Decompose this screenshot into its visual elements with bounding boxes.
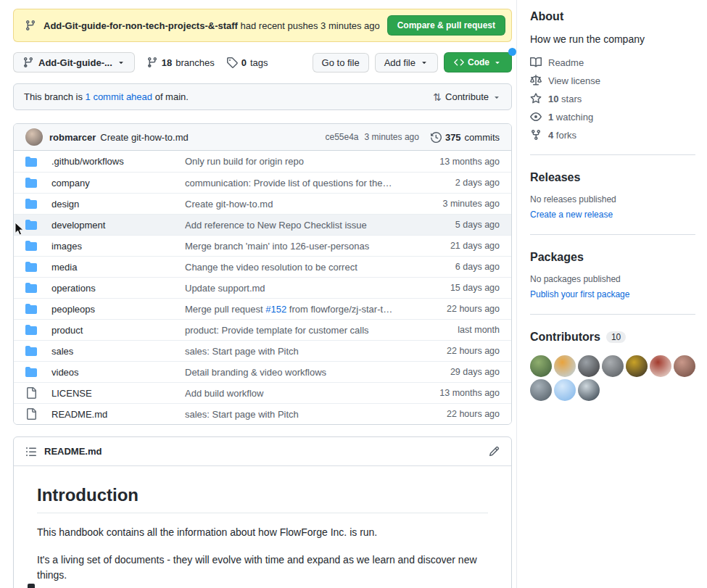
file-row[interactable]: videosDetail branding & video workflows2… [14, 361, 511, 382]
contributor-avatar[interactable] [530, 379, 552, 401]
compare-pull-request-button[interactable]: Compare & pull request [387, 15, 505, 36]
stat-text: Readme [548, 57, 584, 68]
file-name-link[interactable]: development [51, 220, 173, 231]
commits-ahead-link[interactable]: 1 commit ahead [86, 91, 153, 102]
file-row[interactable]: developmentAdd reference to New Repo Che… [14, 214, 511, 235]
file-table-body: .github/workflowsOnly run build for orig… [14, 151, 511, 424]
file-row[interactable]: README.mdsales: Start page with Pitch22 … [14, 403, 511, 424]
go-to-file-button[interactable]: Go to file [313, 53, 369, 73]
sidebar-stat-license[interactable]: View license [530, 75, 695, 86]
commit-time: 5 days ago [405, 220, 500, 230]
contribute-button[interactable]: ⇅ Contribute [433, 91, 501, 103]
chevron-down-icon [493, 58, 502, 67]
contributor-avatar[interactable] [554, 379, 576, 401]
commit-message-link[interactable]: Create git-how-to.md [100, 132, 188, 143]
commit-author-avatar[interactable] [25, 128, 43, 146]
sidebar-stat-watching[interactable]: 1 watching [530, 111, 695, 123]
packages-empty-text: No packages published [530, 274, 695, 284]
contributor-avatar[interactable] [554, 355, 576, 377]
file-browser-card: robmarcer Create git-how-to.md ce55e4a 3… [13, 123, 512, 425]
file-icon [25, 387, 40, 399]
commit-message[interactable]: sales: Start page with Pitch [185, 409, 394, 420]
contributors-title[interactable]: Contributors [530, 331, 600, 344]
file-row[interactable]: operationsUpdate support.md15 days ago [14, 277, 511, 298]
file-name-link[interactable]: images [51, 241, 173, 252]
file-name-link[interactable]: videos [51, 367, 173, 378]
file-row[interactable]: peopleopsMerge pull request #152 from fl… [14, 298, 511, 319]
edit-pencil-icon[interactable] [489, 446, 500, 457]
fork-icon [530, 129, 542, 141]
pr-link[interactable]: #152 [265, 304, 286, 315]
contributor-avatar[interactable] [602, 355, 624, 377]
contributor-avatar[interactable] [626, 355, 648, 377]
commit-history-link[interactable]: 375 commits [431, 132, 500, 143]
file-name-link[interactable]: sales [51, 346, 173, 357]
file-name-link[interactable]: product [51, 325, 173, 336]
commit-message[interactable]: Only run build for origin repo [185, 156, 394, 167]
repo-nav-row: Add-Git-guide-... 18 branches [13, 52, 512, 73]
add-file-button[interactable]: Add file [375, 53, 438, 73]
recording-dot [508, 48, 516, 56]
commit-message[interactable]: Merge pull request #152 from flowforge/z… [185, 304, 394, 315]
file-row[interactable]: .github/workflowsOnly run build for orig… [14, 151, 511, 172]
releases-title: Releases [530, 171, 695, 184]
file-name-link[interactable]: README.md [51, 409, 173, 420]
commit-author-link[interactable]: robmarcer [49, 132, 96, 143]
code-button[interactable]: Code [444, 52, 512, 73]
branches-count: 18 [162, 57, 172, 68]
file-row[interactable]: designCreate git-how-to.md3 minutes ago [14, 193, 511, 214]
file-name-link[interactable]: LICENSE [51, 388, 173, 399]
file-row[interactable]: companycommunication: Provide list of qu… [14, 172, 511, 193]
file-row[interactable]: productproduct: Provide template for cus… [14, 319, 511, 340]
folder-icon [25, 177, 40, 189]
about-stats: ReadmeView license10 stars1 watching4 fo… [530, 57, 695, 141]
divider [530, 234, 695, 235]
file-name-link[interactable]: .github/workflows [51, 156, 173, 167]
commit-message[interactable]: Create git-how-to.md [185, 199, 394, 210]
commit-time: 22 hours ago [405, 346, 500, 356]
commit-message[interactable]: product: Provide template for customer c… [185, 325, 394, 336]
branches-link[interactable]: 18 branches [146, 57, 215, 68]
file-name-link[interactable]: media [51, 262, 173, 273]
create-release-link[interactable]: Create a new release [530, 210, 613, 220]
file-name-link[interactable]: peopleops [51, 304, 173, 315]
commit-message[interactable]: Update support.md [185, 283, 394, 294]
readme-filename[interactable]: README.md [44, 446, 102, 457]
file-row[interactable]: salessales: Start page with Pitch22 hour… [14, 340, 511, 361]
file-icon [25, 408, 40, 420]
contributors-count-badge: 10 [606, 331, 626, 343]
contributor-avatar[interactable] [650, 355, 671, 377]
file-name-link[interactable]: operations [51, 283, 173, 294]
file-row[interactable]: LICENSEAdd build workflow13 months ago [14, 382, 511, 403]
about-title: About [530, 10, 695, 23]
sidebar-stat-forks[interactable]: 4 forks [530, 129, 695, 141]
contributor-avatar[interactable] [530, 355, 552, 377]
commit-message[interactable]: Merge branch 'main' into 126-user-person… [185, 241, 394, 252]
commit-message[interactable]: Detail branding & video workflows [185, 367, 394, 378]
commit-message[interactable]: Add build workflow [185, 388, 394, 399]
sidebar-stat-stars[interactable]: 10 stars [530, 93, 695, 104]
branches-label: branches [175, 57, 214, 68]
file-name-link[interactable]: company [51, 178, 173, 189]
contributor-avatar[interactable] [578, 355, 600, 377]
file-name-link[interactable]: design [51, 199, 173, 210]
commit-message[interactable]: sales: Start page with Pitch [185, 346, 394, 357]
contributor-avatar[interactable] [578, 379, 600, 401]
file-row[interactable]: mediaChange the video resolution to be c… [14, 256, 511, 277]
contributor-avatar[interactable] [674, 355, 695, 377]
commit-message[interactable]: Add reference to New Repo Checklist issu… [185, 220, 394, 231]
commit-message[interactable]: communication: Provide list of questions… [185, 178, 394, 189]
sidebar-stat-readme[interactable]: Readme [530, 57, 695, 68]
commit-time: 6 days ago [405, 262, 500, 272]
commit-time: 15 days ago [405, 283, 500, 293]
commit-time: 3 minutes ago [405, 199, 500, 209]
file-row[interactable]: imagesMerge branch 'main' into 126-user-… [14, 235, 511, 256]
tags-link[interactable]: 0 tags [226, 57, 268, 68]
publish-package-link[interactable]: Publish your first package [530, 289, 629, 299]
code-icon [454, 57, 464, 67]
commit-time: last month [405, 325, 500, 335]
branch-selector-button[interactable]: Add-Git-guide-... [13, 52, 135, 73]
contribute-arrows-icon: ⇅ [433, 91, 442, 103]
commit-sha-link[interactable]: ce55e4a [325, 132, 358, 142]
commit-message[interactable]: Change the video resolution to be correc… [185, 262, 394, 273]
